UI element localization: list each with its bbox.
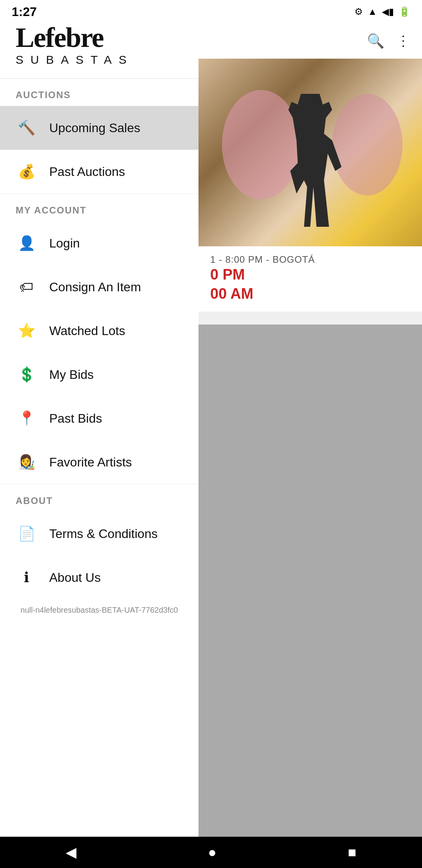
- terms-label: Terms & Conditions: [49, 527, 157, 541]
- location-icon: 📍: [16, 407, 38, 429]
- menu-item-past-bids[interactable]: 📍 Past Bids: [0, 396, 198, 440]
- star-icon: ⭐: [16, 320, 38, 342]
- bg-shape-left: [222, 90, 300, 199]
- hammer-icon: 🔨: [16, 117, 38, 139]
- consign-label: Consign An Item: [49, 280, 141, 294]
- past-auctions-icon: 💰: [16, 161, 38, 183]
- info-icon: ℹ: [16, 567, 38, 588]
- back-button[interactable]: ◀: [66, 844, 77, 861]
- bottom-content-area: [198, 325, 422, 837]
- battery-icon: 🔋: [399, 6, 410, 17]
- watched-lots-label: Watched Lots: [49, 324, 125, 338]
- recents-button[interactable]: ■: [348, 844, 356, 861]
- more-options-icon[interactable]: ⋮: [396, 33, 410, 49]
- section-my-account: MY ACCOUNT: [0, 194, 198, 221]
- status-bar: 1:27 ⚙ ▲ ◀▮ 🔋: [0, 0, 422, 23]
- auction-time: 0 PM 00 AM: [210, 265, 410, 304]
- menu-item-login[interactable]: 👤 Login: [0, 221, 198, 265]
- status-icons: ⚙ ▲ ◀▮ 🔋: [354, 6, 410, 17]
- signal-icon: ◀▮: [382, 6, 394, 17]
- person-icon: 👤: [16, 232, 38, 254]
- menu-item-consign[interactable]: 🏷 Consign An Item: [0, 265, 198, 309]
- tag-icon: 🏷: [16, 276, 38, 298]
- wifi-icon: ▲: [368, 6, 377, 17]
- status-time: 1:27: [12, 5, 37, 19]
- favorite-artists-label: Favorite Artists: [49, 455, 132, 470]
- home-button[interactable]: ●: [208, 844, 216, 861]
- menu-item-upcoming-sales[interactable]: 🔨 Upcoming Sales: [0, 106, 198, 150]
- auction-location: 1 - 8:00 PM - BOGOTÁ: [210, 254, 410, 265]
- bottom-nav: ◀ ● ■: [0, 837, 422, 868]
- menu-item-my-bids[interactable]: 💲 My Bids: [0, 353, 198, 396]
- section-about: ABOUT: [0, 484, 198, 512]
- logo-lefebre: Lefebre: [16, 23, 183, 52]
- auction-image: [198, 59, 422, 246]
- past-auctions-label: Past Auctions: [49, 165, 125, 179]
- bid-icon: 💲: [16, 364, 38, 386]
- bg-shape-right: [332, 94, 402, 195]
- about-us-label: About Us: [49, 570, 101, 585]
- menu-item-watched-lots[interactable]: ⭐ Watched Lots: [0, 309, 198, 353]
- login-label: Login: [49, 236, 80, 251]
- version-string: null-n4lefebresubastas-BETA-UAT-7762d3fc…: [0, 599, 198, 621]
- logo-subastas: SUBASTAS: [16, 53, 183, 66]
- section-auctions: AUCTIONS: [0, 79, 198, 106]
- past-bids-label: Past Bids: [49, 411, 102, 426]
- menu-item-past-auctions[interactable]: 💰 Past Auctions: [0, 150, 198, 194]
- search-icon[interactable]: 🔍: [367, 33, 384, 49]
- menu-item-favorite-artists[interactable]: 👩‍🎨 Favorite Artists: [0, 440, 198, 484]
- artist-icon: 👩‍🎨: [16, 451, 38, 473]
- my-bids-label: My Bids: [49, 368, 94, 382]
- right-topbar: 🔍 ⋮: [198, 23, 422, 59]
- upcoming-sales-label: Upcoming Sales: [49, 121, 140, 135]
- navigation-drawer: Lefebre SUBASTAS AUCTIONS 🔨 Upcoming Sal…: [0, 0, 198, 837]
- document-icon: 📄: [16, 523, 38, 545]
- auction-info-bar: 1 - 8:00 PM - BOGOTÁ 0 PM 00 AM: [198, 246, 422, 312]
- menu-item-about-us[interactable]: ℹ About Us: [0, 556, 198, 599]
- menu-item-terms[interactable]: 📄 Terms & Conditions: [0, 512, 198, 556]
- settings-status-icon: ⚙: [354, 6, 363, 17]
